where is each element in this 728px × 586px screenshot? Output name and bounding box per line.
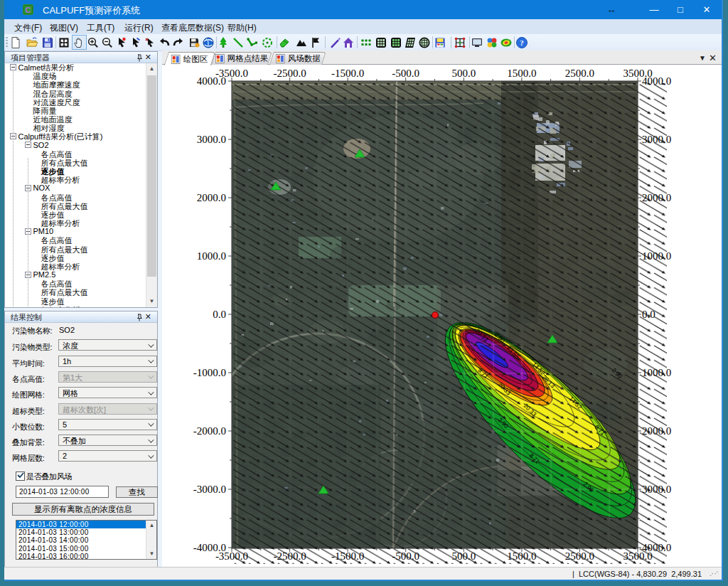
svg-text:2500.0: 2500.0: [565, 68, 594, 79]
svg-text:C: C: [26, 6, 31, 14]
svg-text:-2000.0: -2000.0: [193, 425, 226, 437]
svg-text:1500.0: 1500.0: [507, 68, 536, 79]
svg-text:4000.0: 4000.0: [197, 75, 226, 87]
svg-text:1000.0: 1000.0: [197, 250, 226, 262]
svg-text:-4000.0: -4000.0: [193, 542, 226, 553]
svg-text:?: ?: [520, 38, 524, 47]
svg-text:0.0: 0.0: [213, 309, 226, 320]
svg-text:2000.0: 2000.0: [197, 192, 226, 203]
svg-text:-3000.0: -3000.0: [193, 484, 226, 495]
svg-text:-1500.0: -1500.0: [331, 68, 364, 79]
svg-text:-1000.0: -1000.0: [193, 367, 226, 378]
svg-text:-500.0: -500.0: [392, 68, 419, 79]
svg-text:500.0: 500.0: [451, 68, 476, 79]
svg-text:3000.0: 3000.0: [197, 134, 226, 145]
svg-text:-2500.0: -2500.0: [273, 68, 306, 79]
